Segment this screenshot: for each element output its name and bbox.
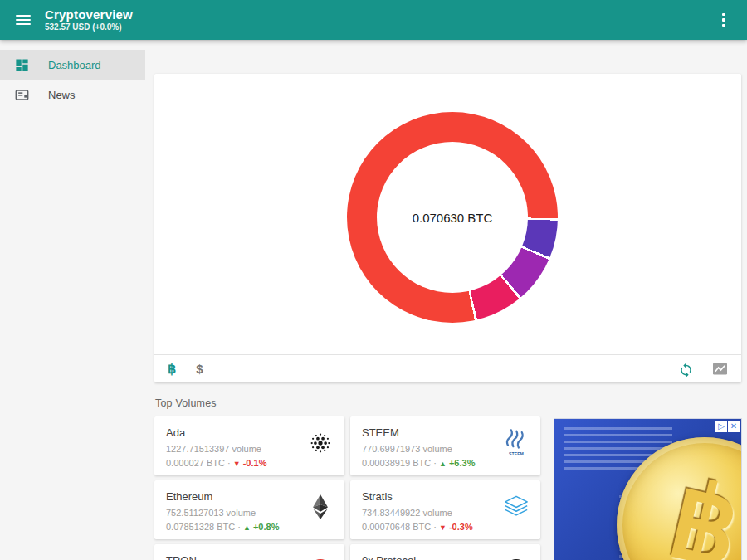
zerox-icon bbox=[503, 557, 530, 560]
sidebar-item-news[interactable]: News bbox=[0, 80, 145, 110]
kebab-menu-icon[interactable] bbox=[715, 10, 732, 30]
coin-price-change: 0.000027 BTC · ▼ -0.1% bbox=[166, 458, 333, 468]
cardano-icon bbox=[307, 429, 334, 457]
coin-price-change: 0.00038919 BTC · ▲ +6.3% bbox=[362, 458, 529, 468]
dashboard-icon bbox=[13, 56, 30, 73]
sidebar-item-label: Dashboard bbox=[48, 59, 101, 71]
btc-currency-toggle[interactable]: ฿ bbox=[168, 361, 176, 377]
steem-icon: STEEM bbox=[503, 429, 530, 457]
sidebar: Dashboard News bbox=[0, 40, 145, 560]
app-window: Cryptoverview 532.57 USD (+0.0%) Dashboa… bbox=[0, 0, 747, 560]
portfolio-donut-chart[interactable]: 0.070630 BTC bbox=[347, 112, 558, 323]
hamburger-menu-icon[interactable] bbox=[13, 10, 33, 30]
ethereum-icon bbox=[307, 493, 334, 521]
coin-change: -0.1% bbox=[241, 458, 267, 468]
ad-choices: ▷ ✕ bbox=[715, 421, 740, 432]
down-arrow-icon: ▼ bbox=[233, 460, 241, 468]
up-arrow-icon: ▲ bbox=[439, 460, 447, 468]
bitcoin-symbol: ฿ bbox=[658, 458, 741, 560]
up-arrow-icon: ▲ bbox=[243, 523, 251, 532]
history-chart-button[interactable] bbox=[712, 362, 728, 376]
usd-currency-toggle[interactable]: $ bbox=[196, 362, 203, 376]
coin-card[interactable]: Stratis 734.83449922 volume 0.00070648 B… bbox=[350, 480, 540, 539]
chart-card-toolbar: ฿ $ bbox=[154, 354, 741, 382]
donut-hole: 0.070630 BTC bbox=[377, 142, 528, 293]
top-volumes-grid: Ada 1227.71513397 volume 0.000027 BTC · … bbox=[154, 416, 540, 560]
app-bar-titles: Cryptoverview 532.57 USD (+0.0%) bbox=[45, 7, 133, 32]
news-icon bbox=[13, 86, 30, 103]
adchoices-icon[interactable]: ▷ bbox=[715, 421, 727, 432]
tron-icon bbox=[307, 557, 334, 560]
coin-price-change: 0.00070648 BTC · ▼ -0.3% bbox=[362, 522, 529, 532]
portfolio-total: 532.57 USD (+0.0%) bbox=[45, 22, 133, 32]
down-arrow-icon: ▼ bbox=[439, 523, 447, 532]
app-title: Cryptoverview bbox=[45, 7, 133, 22]
sidebar-item-dashboard[interactable]: Dashboard bbox=[0, 50, 145, 80]
coin-card[interactable]: TRON bbox=[154, 544, 344, 560]
coin-change: -0.3% bbox=[447, 522, 473, 532]
app-bar: Cryptoverview 532.57 USD (+0.0%) bbox=[0, 0, 747, 40]
coin-card[interactable]: STEEM 770.69971973 volume 0.00038919 BTC… bbox=[350, 416, 540, 475]
ad-close-icon[interactable]: ✕ bbox=[728, 421, 740, 432]
coin-card[interactable]: 0x Protocol bbox=[350, 544, 540, 560]
coin-change: +0.8% bbox=[251, 522, 280, 532]
stratis-icon bbox=[503, 493, 530, 521]
coin-card[interactable]: Ada 1227.71513397 volume 0.000027 BTC · … bbox=[154, 416, 344, 475]
ad-banner[interactable]: ฿ ▷ ✕ bbox=[554, 419, 741, 560]
coin-change: +6.3% bbox=[447, 458, 476, 468]
coin-card[interactable]: Ethereum 752.51127013 volume 0.07851328 … bbox=[154, 480, 344, 539]
sidebar-item-label: News bbox=[48, 89, 76, 101]
top-volumes-heading: Top Volumes bbox=[155, 397, 217, 409]
coin-price-change: 0.07851328 BTC · ▲ +0.8% bbox=[166, 522, 333, 532]
portfolio-chart-card: 0.070630 BTC ฿ $ bbox=[154, 74, 741, 382]
refresh-button[interactable] bbox=[678, 361, 694, 377]
svg-text:STEEM: STEEM bbox=[509, 451, 524, 456]
donut-center-label: 0.070630 BTC bbox=[413, 211, 493, 225]
